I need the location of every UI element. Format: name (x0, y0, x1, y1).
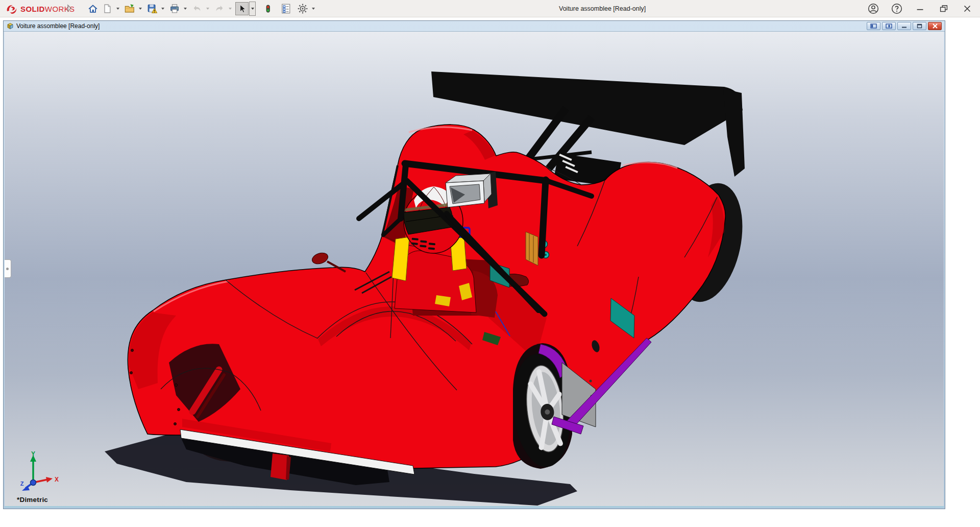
design-report-button[interactable] (279, 2, 292, 15)
save-icon (146, 3, 158, 14)
open-button[interactable] (123, 2, 136, 15)
undo-dropdown[interactable] (204, 2, 211, 15)
minimize-icon (915, 3, 926, 14)
undo-icon (191, 3, 203, 14)
new-document-dropdown[interactable] (114, 2, 121, 15)
doc-minimize-icon (901, 23, 907, 29)
gear-icon (297, 3, 308, 14)
reference-triad[interactable]: Y X Z (18, 451, 62, 495)
doc-close-button[interactable] (928, 22, 942, 30)
app-titlebar: SOLIDWORKS (0, 0, 980, 17)
side-mirror (311, 251, 330, 266)
intake-box (446, 172, 498, 208)
minimize-button[interactable] (914, 2, 927, 15)
brand-flyout-chevron-icon[interactable] (67, 4, 72, 14)
cockpit-orange-panel (526, 232, 538, 266)
graphics-viewport[interactable]: Y X Z *Dimetric (5, 32, 944, 508)
doc-close-icon (932, 23, 938, 29)
select-tool-button[interactable] (235, 2, 249, 15)
open-dropdown[interactable] (137, 2, 143, 15)
redo-dropdown[interactable] (227, 2, 233, 15)
save-button[interactable] (145, 2, 159, 15)
select-arrow-icon (237, 4, 247, 14)
app-title: Voiture assomblee [Read-only] (559, 0, 646, 17)
toggle-pane-left-button[interactable] (867, 22, 880, 30)
feature-pane-collapse-tab[interactable] (5, 259, 11, 278)
help-icon (891, 3, 903, 15)
new-document-icon (102, 3, 112, 14)
new-document-button[interactable] (101, 2, 114, 15)
account-icon (867, 3, 879, 15)
open-folder-icon (124, 3, 136, 14)
doc-minimize-button[interactable] (897, 22, 911, 30)
print-button[interactable] (168, 2, 181, 15)
document-title: Voiture assomblee [Read-only] (16, 22, 100, 30)
help-button[interactable] (890, 2, 903, 15)
3ds-swoosh-icon (5, 3, 18, 15)
triad-x-label: X (55, 476, 59, 483)
close-button[interactable] (961, 2, 974, 15)
redo-icon (214, 3, 225, 14)
document-window-controls (867, 22, 942, 30)
pane-left-icon (870, 23, 877, 29)
triad-z-label: Z (20, 481, 24, 487)
close-icon (962, 3, 973, 14)
save-dropdown[interactable] (159, 2, 166, 15)
home-button[interactable] (86, 2, 100, 15)
report-list-icon (280, 3, 291, 14)
account-button[interactable] (867, 2, 880, 15)
document-titlebar[interactable]: Voiture assomblee [Read-only] (4, 21, 945, 32)
pane-right-icon (886, 23, 892, 29)
select-tool-dropdown[interactable] (249, 2, 256, 16)
restore-button[interactable] (937, 2, 950, 15)
solidworks-logo: SOLIDWORKS (5, 0, 75, 17)
doc-restore-icon (917, 23, 922, 29)
options-button[interactable] (296, 2, 309, 15)
print-icon (169, 3, 180, 14)
triad-y-label: Y (31, 451, 35, 458)
toggle-pane-right-button[interactable] (882, 22, 896, 30)
doc-restore-button[interactable] (913, 22, 926, 30)
appearance-stoplight-button[interactable] (261, 2, 275, 15)
home-icon (87, 3, 99, 14)
app-window-controls (867, 0, 974, 17)
quick-access-toolbar (86, 0, 318, 17)
assembly-cube-icon (6, 22, 14, 30)
print-dropdown[interactable] (182, 2, 188, 15)
stoplight-icon (263, 3, 273, 14)
undo-button[interactable] (190, 2, 204, 15)
document-window: Voiture assomblee [Read-only] (3, 20, 945, 509)
options-dropdown[interactable] (310, 2, 316, 15)
car-model-scene[interactable] (5, 32, 944, 506)
view-orientation-label: *Dimetric (17, 496, 48, 504)
redo-button[interactable] (213, 2, 226, 15)
restore-icon (938, 3, 949, 14)
